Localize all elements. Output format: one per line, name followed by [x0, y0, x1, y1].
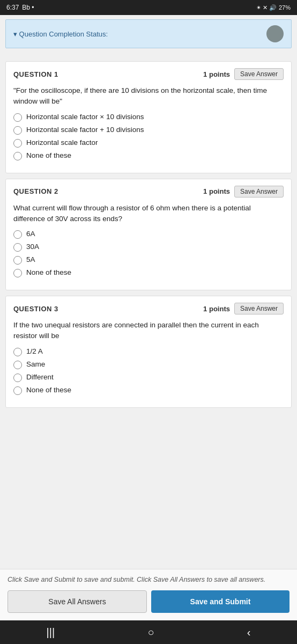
radio-q3-4[interactable]: [13, 386, 22, 395]
question-2-option-1[interactable]: 6A: [13, 230, 284, 239]
radio-q3-3[interactable]: [13, 374, 22, 382]
option-label-q3-4: None of these: [26, 386, 71, 394]
radio-q1-4[interactable]: [13, 152, 22, 160]
battery-display: 27%: [279, 4, 291, 11]
question-1-option-3[interactable]: Horizontal scale factor: [13, 138, 284, 148]
avatar: [266, 25, 284, 42]
question-1-label: QUESTION 1: [13, 70, 58, 78]
radio-q3-1[interactable]: [13, 348, 22, 356]
radio-q2-1[interactable]: [13, 230, 22, 239]
question-1-option-1[interactable]: Horizontal scale factor × 10 divisions: [13, 113, 284, 122]
completion-banner: ▾ Question Completion Status:: [5, 19, 292, 48]
option-label-q3-2: Same: [26, 360, 45, 368]
question-2-text: What current will flow through a resisto…: [13, 203, 284, 225]
question-2-header: QUESTION 2 1 points Save Answer: [13, 186, 284, 197]
question-3-option-1[interactable]: 1/2 A: [13, 347, 284, 356]
option-label-q3-1: 1/2 A: [26, 347, 43, 355]
radio-q2-2[interactable]: [13, 243, 22, 252]
option-label-q2-3: 5A: [26, 255, 35, 264]
radio-q1-1[interactable]: [13, 113, 22, 122]
completion-banner-left: ▾ Question Completion Status:: [13, 30, 108, 38]
main-content: QUESTION 1 1 points Save Answer "For the…: [0, 57, 297, 569]
question-3-label: QUESTION 3: [13, 305, 58, 313]
question-1-text: "For the oscilloscope, if there are 10 d…: [13, 85, 284, 107]
status-right: ✴ ✕ 🔊 27%: [256, 4, 291, 11]
status-bar: 6:37 Bb • ✴ ✕ 🔊 27%: [0, 0, 297, 15]
completion-banner-text: ▾ Question Completion Status:: [13, 30, 108, 38]
question-2-option-2[interactable]: 30A: [13, 243, 284, 252]
footer-helper-text: Click Save and Submit to save and submit…: [8, 575, 289, 585]
radio-q3-2[interactable]: [13, 361, 22, 369]
question-1-option-2[interactable]: Horizontal scale factor + 10 divisions: [13, 126, 284, 135]
save-answer-btn-2[interactable]: Save Answer: [234, 186, 284, 197]
back-icon[interactable]: ‹: [247, 626, 251, 639]
radio-q2-3[interactable]: [13, 256, 22, 265]
signal-icon: ✴ ✕ 🔊: [256, 4, 277, 11]
option-label-q2-1: 6A: [26, 230, 35, 238]
radio-q1-2[interactable]: [13, 126, 22, 135]
question-3-text: If the two unequal resistors are connect…: [13, 320, 284, 342]
question-3-header: QUESTION 3 1 points Save Answer: [13, 303, 284, 314]
question-card-3: QUESTION 3 1 points Save Answer If the t…: [5, 296, 292, 408]
question-2-option-3[interactable]: 5A: [13, 255, 284, 265]
question-2-label: QUESTION 2: [13, 187, 58, 195]
question-1-meta: 1 points Save Answer: [203, 68, 284, 80]
question-3-meta: 1 points Save Answer: [203, 303, 284, 314]
status-icons: Bb •: [22, 4, 34, 11]
option-label-q2-2: 30A: [26, 243, 39, 251]
question-card-1: QUESTION 1 1 points Save Answer "For the…: [5, 61, 292, 173]
option-label-q3-3: Different: [26, 373, 54, 381]
question-card-2: QUESTION 2 1 points Save Answer What cur…: [5, 179, 292, 291]
question-2-option-4[interactable]: None of these: [13, 268, 284, 277]
question-3-option-3[interactable]: Different: [13, 373, 284, 382]
question-3-option-2[interactable]: Same: [13, 360, 284, 369]
question-1-header: QUESTION 1 1 points Save Answer: [13, 68, 284, 80]
radio-q2-4[interactable]: [13, 269, 22, 277]
save-and-submit-button[interactable]: Save and Submit: [151, 590, 289, 613]
radio-q1-3[interactable]: [13, 139, 22, 148]
question-3-points: 1 points: [203, 305, 230, 313]
nav-bar: ||| ○ ‹: [0, 620, 297, 644]
footer-bar: Click Save and Submit to save and submit…: [0, 569, 297, 620]
question-2-meta: 1 points Save Answer: [203, 186, 284, 197]
question-1-points: 1 points: [203, 70, 230, 78]
home-icon[interactable]: ○: [147, 626, 154, 639]
question-3-option-4[interactable]: None of these: [13, 386, 284, 395]
option-label-q2-4: None of these: [26, 268, 71, 276]
save-answer-btn-1[interactable]: Save Answer: [234, 68, 284, 80]
save-all-answers-button[interactable]: Save All Answers: [8, 590, 147, 613]
question-1-option-4[interactable]: None of these: [13, 151, 284, 160]
time-display: 6:37: [6, 4, 19, 11]
option-label-q1-1: Horizontal scale factor × 10 divisions: [26, 113, 144, 121]
option-label-q1-3: Horizontal scale factor: [26, 138, 98, 147]
option-label-q1-2: Horizontal scale factor + 10 divisions: [26, 126, 144, 134]
footer-buttons: Save All Answers Save and Submit: [8, 590, 289, 613]
question-2-points: 1 points: [203, 187, 230, 195]
option-label-q1-4: None of these: [26, 151, 71, 159]
menu-icon[interactable]: |||: [47, 626, 55, 639]
status-left: 6:37 Bb •: [6, 4, 34, 11]
save-answer-btn-3[interactable]: Save Answer: [234, 303, 284, 314]
